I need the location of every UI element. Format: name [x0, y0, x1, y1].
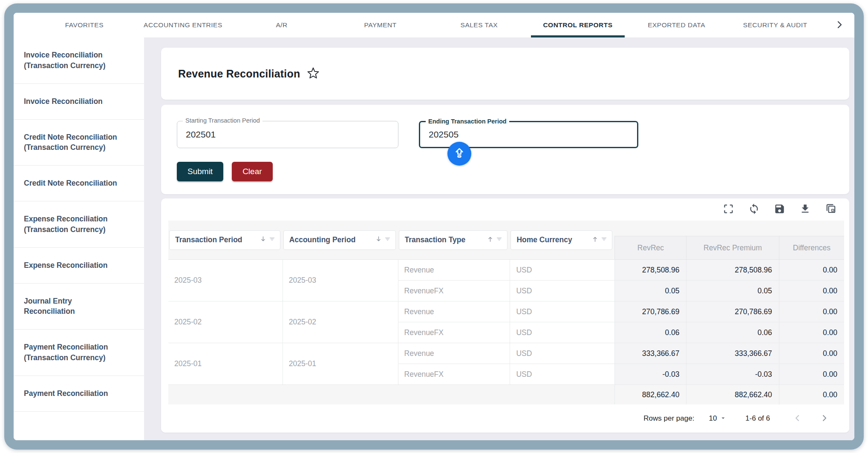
fullscreen-button[interactable]	[723, 203, 734, 216]
sidebar-item-credit-note-reconciliation[interactable]: Credit Note Reconciliation	[14, 166, 144, 201]
cell-differences: 0.00	[779, 343, 844, 364]
sidebar-item-label: Expense Reconciliation	[24, 260, 107, 271]
tab-accounting-entries[interactable]: ACCOUNTING ENTRIES	[134, 13, 233, 37]
column-label: Home Currency	[516, 235, 591, 244]
filter-icon[interactable]	[600, 235, 608, 245]
column-header-accounting-period[interactable]: Accounting Period	[283, 230, 396, 250]
cell-revrec-premium: 0.05	[686, 281, 779, 301]
sidebar-item-credit-note-reconciliation-tc[interactable]: Credit Note Reconciliation (Transaction …	[14, 120, 144, 166]
rows-per-page-value: 10	[709, 414, 717, 423]
sort-arrow-down-icon	[375, 235, 382, 245]
cell-revrec-premium: 270,786.69	[686, 301, 779, 322]
cell-transaction-period: 2025-02	[168, 301, 283, 343]
cell-home-currency: USD	[510, 364, 614, 385]
tab-payment[interactable]: PAYMENT	[331, 13, 430, 37]
sidebar-item-label: Credit Note Reconciliation (Transaction …	[24, 132, 134, 153]
filter-icon[interactable]	[268, 235, 276, 245]
refresh-button[interactable]	[748, 203, 760, 216]
sidebar-item-label: Expense Reconciliation (Transaction Curr…	[24, 214, 134, 235]
cell-revrec-premium: 0.06	[686, 322, 779, 343]
cell-differences: 0.00	[779, 322, 844, 343]
cell-accounting-period: 2025-02	[283, 301, 398, 343]
pagination-range: 1-6 of 6	[745, 414, 770, 423]
sidebar-item-label: Credit Note Reconciliation	[24, 178, 117, 189]
sort-arrow-up-icon	[591, 235, 599, 245]
tab-label: A/R	[276, 21, 287, 29]
tab-sales-tax[interactable]: SALES TAX	[430, 13, 529, 37]
sidebar-item-expense-reconciliation-tc[interactable]: Expense Reconciliation (Transaction Curr…	[14, 201, 144, 248]
sidebar-item-label: Payment Reconciliation	[24, 388, 108, 399]
cell-revrec-premium: -0.03	[686, 364, 779, 385]
table-wrapper: Transaction Period Accounting Period	[161, 221, 849, 404]
sort-arrow-up-icon	[487, 235, 494, 245]
submit-button[interactable]: Submit	[177, 162, 223, 181]
cell-revrec: -0.03	[614, 364, 686, 385]
clear-button[interactable]: Clear	[232, 162, 272, 181]
results-table-card: Transaction Period Accounting Period	[161, 198, 849, 433]
column-header-transaction-period[interactable]: Transaction Period	[169, 230, 280, 250]
header-cell-differences: Differences	[779, 221, 844, 260]
sidebar-item-label: Payment Reconciliation (Transaction Curr…	[24, 342, 134, 363]
cell-revrec-premium: 333,366.67	[686, 343, 779, 364]
copy-table-button[interactable]	[825, 203, 836, 216]
cell-transaction-type: RevenueFX	[398, 281, 510, 301]
tab-label: PAYMENT	[364, 21, 397, 29]
save-button[interactable]	[774, 203, 785, 216]
ending-period-label: Ending Transaction Period	[426, 118, 509, 125]
tab-overflow-button[interactable]	[825, 13, 854, 37]
column-label: Accounting Period	[289, 235, 375, 244]
report-sidebar: Invoice Reconciliation (Transaction Curr…	[14, 37, 144, 440]
filter-icon[interactable]	[496, 235, 503, 245]
cell-revrec: 270,786.69	[614, 301, 686, 322]
sidebar-item-label: Invoice Reconciliation	[24, 96, 103, 107]
sidebar-item-payment-reconciliation[interactable]: Payment Reconciliation	[14, 376, 144, 412]
column-header-revrec: RevRec	[614, 236, 686, 259]
tab-control-reports[interactable]: CONTROL REPORTS	[528, 13, 627, 37]
sort-arrow-down-icon	[260, 235, 267, 245]
save-icon	[774, 203, 785, 216]
refresh-icon	[748, 203, 760, 216]
sidebar-item-expense-reconciliation[interactable]: Expense Reconciliation	[14, 248, 144, 284]
report-title-card: Revenue Reconciliation	[161, 48, 849, 100]
reconciliation-table: Transaction Period Accounting Period	[168, 221, 844, 404]
tab-ar[interactable]: A/R	[232, 13, 331, 37]
main-panel: Revenue Reconciliation Starting Transact…	[144, 37, 854, 440]
cell-transaction-period: 2025-01	[168, 343, 283, 385]
rows-per-page-label: Rows per page:	[643, 414, 694, 423]
cell-revrec: 278,508.96	[614, 260, 686, 281]
column-label: Transaction Type	[405, 235, 487, 244]
cell-home-currency: USD	[510, 322, 614, 343]
starting-period-input[interactable]	[177, 121, 398, 148]
previous-page-button[interactable]	[792, 413, 802, 424]
header-cell: Accounting Period	[283, 221, 398, 260]
column-header-transaction-type[interactable]: Transaction Type	[399, 230, 508, 250]
tab-exported-data[interactable]: EXPORTED DATA	[627, 13, 726, 37]
chevron-right-icon	[819, 413, 830, 424]
starting-period-field: Starting Transaction Period	[177, 121, 398, 148]
cell-transaction-type: RevenueFX	[398, 364, 510, 385]
filter-icon[interactable]	[384, 235, 391, 245]
pagination-bar: Rows per page: 10 1-6 of 6	[161, 404, 849, 433]
dropdown-caret-icon	[721, 414, 726, 423]
rows-per-page-select[interactable]: 10	[709, 414, 726, 423]
sidebar-item-journal-entry-reconciliation[interactable]: Journal Entry Reconciliation	[14, 284, 144, 330]
period-fields-row: Starting Transaction Period Ending Trans…	[177, 121, 849, 148]
content-area: Invoice Reconciliation (Transaction Curr…	[14, 37, 854, 440]
tab-security-audit[interactable]: SECURITY & AUDIT	[726, 13, 825, 37]
cell-home-currency: USD	[510, 343, 614, 364]
sidebar-item-payment-reconciliation-tc[interactable]: Payment Reconciliation (Transaction Curr…	[14, 330, 144, 376]
favorite-toggle-button[interactable]	[307, 67, 320, 81]
starting-period-label: Starting Transaction Period	[183, 117, 262, 124]
column-header-home-currency[interactable]: Home Currency	[510, 230, 612, 250]
download-button[interactable]	[799, 203, 811, 216]
cell-revrec-premium: 278,508.96	[686, 260, 779, 281]
sidebar-item-invoice-reconciliation-tc[interactable]: Invoice Reconciliation (Transaction Curr…	[14, 37, 144, 84]
sidebar-item-invoice-reconciliation[interactable]: Invoice Reconciliation	[14, 84, 144, 120]
header-cell-revrec: RevRec	[614, 221, 686, 260]
header-cell-revrec-premium: RevRec Premium	[686, 221, 779, 260]
table-toolbar	[161, 198, 849, 221]
header-spacer	[779, 221, 844, 236]
cell-transaction-type: Revenue	[398, 343, 510, 364]
tab-favorites[interactable]: FAVORITES	[35, 13, 134, 37]
next-page-button[interactable]	[819, 413, 830, 424]
